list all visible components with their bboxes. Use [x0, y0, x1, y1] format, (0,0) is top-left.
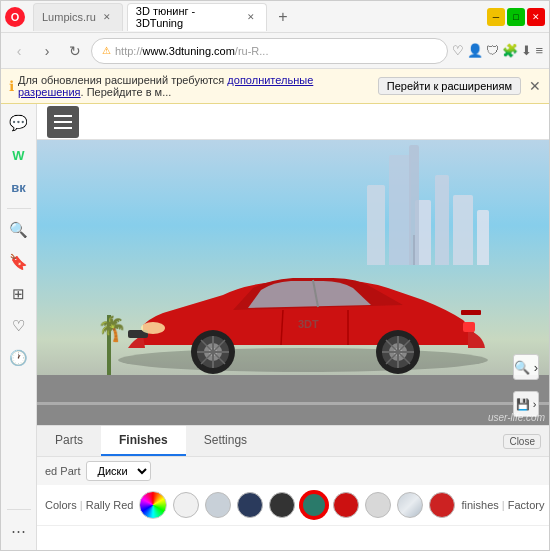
sidebar-icon-grid[interactable]: ⊞	[4, 279, 34, 309]
swatch-dark-blue[interactable]	[237, 492, 263, 518]
sidebar-divider-2	[7, 509, 31, 510]
tab-finishes[interactable]: Finishes	[101, 426, 186, 456]
notification-icon: ℹ	[9, 78, 14, 94]
sidebar-icon-history[interactable]: 🕐	[4, 343, 34, 373]
settings-icon[interactable]: ≡	[535, 43, 543, 58]
finishes-label: finishes | Factory	[461, 499, 544, 511]
tab-3dtuning-label: 3D тюнинг - 3DTuning	[136, 5, 241, 29]
sidebar-icon-vk[interactable]: вк	[4, 172, 34, 202]
swatch-red[interactable]	[333, 492, 359, 518]
sidebar-icon-more[interactable]: ⋯	[4, 516, 34, 546]
tabs-row: Parts Finishes Settings Close	[37, 426, 549, 457]
address-text: http://www.3dtuning.com/ru-R...	[115, 45, 437, 57]
section-row: ed Part Диски	[37, 457, 549, 485]
car-image-area: 🌴 🌴	[37, 140, 549, 425]
window-controls: ─ □ ✕	[487, 8, 545, 26]
tab-settings[interactable]: Settings	[186, 426, 265, 456]
back-button[interactable]: ‹	[7, 39, 31, 63]
colors-text: Colors	[45, 499, 77, 511]
hamburger-line-2	[54, 121, 72, 123]
car-image: 3DT	[87, 235, 519, 395]
sidebar-icon-messages[interactable]: 💬	[4, 108, 34, 138]
content-area: 💬 W вк 🔍 🔖 ⊞ ♡ 🕐 ⋯	[1, 104, 549, 550]
hamburger-line-1	[54, 115, 72, 117]
lock-icon: ⚠	[102, 45, 111, 56]
notification-bar: ℹ Для обновления расширений требуются до…	[1, 69, 549, 104]
download-icon[interactable]: ⬇	[521, 43, 532, 58]
swatch-teal[interactable]	[301, 492, 327, 518]
notification-text: Для обновления расширений требуются допо…	[18, 74, 374, 98]
sidebar-icon-whatsapp[interactable]: W	[4, 140, 34, 170]
opera-logo: O	[5, 7, 25, 27]
color-name: Rally Red	[86, 499, 134, 511]
address-bar: ‹ › ↻ ⚠ http://www.3dtuning.com/ru-R... …	[1, 33, 549, 69]
extensions-icon[interactable]: 🧩	[502, 43, 518, 58]
finish-name: Factory	[508, 499, 545, 511]
swatch-light-silver[interactable]	[365, 492, 391, 518]
close-tooltip: Close	[503, 434, 541, 448]
close-button[interactable]: ✕	[527, 8, 545, 26]
sidebar-divider-1	[7, 208, 31, 209]
swatch-dark-gray[interactable]	[269, 492, 295, 518]
tab-lumpics-label: Lumpics.ru	[42, 11, 96, 23]
new-tab-button[interactable]: +	[271, 5, 295, 29]
sidebar-icon-search[interactable]: 🔍	[4, 215, 34, 245]
bottom-panel: Parts Finishes Settings Close ed Part Ди…	[37, 425, 549, 526]
title-bar: O Lumpics.ru ✕ 3D тюнинг - 3DTuning ✕ + …	[1, 1, 549, 33]
minimize-button[interactable]: ─	[487, 8, 505, 26]
notification-close-button[interactable]: ✕	[529, 78, 541, 94]
address-field[interactable]: ⚠ http://www.3dtuning.com/ru-R...	[91, 38, 448, 64]
site-content: 🌴 🌴	[37, 104, 549, 550]
shield-icon[interactable]: 🛡	[486, 43, 499, 58]
save-button[interactable]: 💾 ›	[513, 391, 539, 417]
svg-text:3DT: 3DT	[298, 318, 319, 330]
color-picker-wheel[interactable]	[139, 491, 167, 519]
close-tooltip-label: Close	[503, 434, 541, 449]
zoom-button[interactable]: 🔍 ›	[513, 354, 539, 380]
swatch-white[interactable]	[173, 492, 199, 518]
swatch-silver-light[interactable]	[205, 492, 231, 518]
selected-part-label: ed Part	[45, 465, 80, 477]
finishes-text: finishes	[461, 499, 498, 511]
sidebar-icon-heart[interactable]: ♡	[4, 311, 34, 341]
opera-sidebar: 💬 W вк 🔍 🔖 ⊞ ♡ 🕐 ⋯	[1, 104, 37, 550]
road-line	[37, 402, 549, 405]
sidebar-icon-bookmarks[interactable]: 🔖	[4, 247, 34, 277]
hamburger-menu-button[interactable]	[47, 106, 79, 138]
tab-parts[interactable]: Parts	[37, 426, 101, 456]
address-bar-icons: ♡ 👤 🛡 🧩 ⬇ ≡	[452, 43, 543, 58]
browser-window: O Lumpics.ru ✕ 3D тюнинг - 3DTuning ✕ + …	[0, 0, 550, 551]
page-wrapper: 🌴 🌴	[37, 104, 549, 550]
zoom-controls: 🔍 ›	[513, 354, 539, 380]
colors-row: Colors | Rally Red	[37, 485, 549, 526]
svg-point-22	[141, 322, 165, 334]
refresh-button[interactable]: ↻	[63, 39, 87, 63]
swatch-chrome[interactable]	[397, 492, 423, 518]
colors-label: Colors | Rally Red	[45, 499, 133, 511]
hamburger-line-3	[54, 127, 72, 129]
swatch-red-pearl[interactable]	[429, 492, 455, 518]
tab-3dtuning[interactable]: 3D тюнинг - 3DTuning ✕	[127, 3, 267, 31]
site-menu-bar	[37, 104, 549, 140]
bookmark-icon[interactable]: ♡	[452, 43, 464, 58]
save-controls: 💾 ›	[513, 391, 539, 417]
tab-3dtuning-close[interactable]: ✕	[244, 10, 257, 24]
svg-rect-5	[461, 310, 481, 315]
user-icon[interactable]: 👤	[467, 43, 483, 58]
notification-link[interactable]: дополнительные разрешения	[18, 74, 313, 98]
svg-rect-23	[463, 322, 475, 332]
part-dropdown[interactable]: Диски	[86, 461, 151, 481]
car-svg: 3DT	[93, 240, 513, 390]
forward-button[interactable]: ›	[35, 39, 59, 63]
svg-point-0	[118, 348, 488, 372]
notification-action-button[interactable]: Перейти к расширениям	[378, 77, 521, 95]
maximize-button[interactable]: □	[507, 8, 525, 26]
tab-lumpics[interactable]: Lumpics.ru ✕	[33, 3, 123, 31]
tab-lumpics-close[interactable]: ✕	[100, 10, 114, 24]
